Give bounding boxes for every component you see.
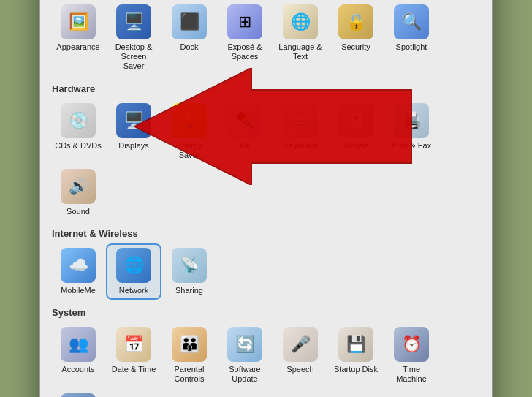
timemachine-icon: ⏰: [394, 327, 429, 362]
desktop-icon: 🖥️: [116, 4, 151, 39]
section-title-system: System: [52, 307, 480, 318]
pref-language[interactable]: 🌐 Language & Text: [274, 1, 327, 75]
accounts-icon: 👥: [61, 327, 96, 362]
pref-dock[interactable]: ⬛ Dock: [163, 1, 216, 75]
pref-software[interactable]: 🔄 Software Update: [218, 324, 271, 387]
pref-datetime[interactable]: 📅 Date & Time: [107, 324, 160, 387]
datetime-label: Date & Time: [112, 365, 156, 374]
displays-label: Displays: [118, 141, 149, 151]
energy-label: Energy Saver: [166, 141, 213, 160]
mouse-icon: 🖱️: [338, 103, 373, 138]
displays-icon: 🖥️: [116, 103, 151, 138]
section-title-internet: Internet & Wireless: [52, 228, 480, 239]
software-label: Software Update: [221, 365, 268, 384]
dock-label: Dock: [180, 42, 198, 52]
speech-label: Speech: [286, 365, 314, 374]
accounts-label: Accounts: [61, 365, 94, 374]
pref-displays[interactable]: 🖥️ Displays: [107, 100, 160, 163]
appearance-icon: 🖼️: [61, 4, 96, 39]
software-icon: 🔄: [227, 327, 262, 362]
system-grid: 👥 Accounts 📅 Date & Time 👪 Parental Cont…: [52, 324, 480, 397]
cds-icon: 💿: [61, 103, 96, 138]
pref-printfax[interactable]: 🖨️ Print & Fax: [385, 100, 438, 163]
pref-desktop[interactable]: 🖥️ Desktop & Screen Saver: [107, 1, 160, 75]
pref-keyboard[interactable]: ⌨️ Keyboard: [274, 100, 327, 163]
expose-icon: ⊞: [227, 4, 262, 39]
printfax-label: Print & Fax: [392, 141, 431, 151]
parental-icon: 👪: [172, 327, 207, 362]
pref-ink[interactable]: ✒️ Ink: [218, 100, 271, 163]
pref-speech[interactable]: 🎤 Speech: [274, 324, 327, 387]
spotlight-label: Spotlight: [396, 42, 428, 52]
printfax-icon: 🖨️: [394, 103, 429, 138]
timemachine-label: Time Machine: [388, 365, 435, 384]
pref-parental[interactable]: 👪 Parental Controls: [163, 324, 216, 387]
sharing-label: Sharing: [175, 286, 203, 295]
security-icon: 🔒: [338, 4, 373, 39]
speech-icon: 🎤: [283, 327, 318, 362]
universal-icon: ♿: [61, 393, 96, 397]
personal-grid: 🖼️ Appearance 🖥️ Desktop & Screen Saver …: [52, 1, 480, 75]
parental-label: Parental Controls: [166, 365, 213, 384]
pref-accounts[interactable]: 👥 Accounts: [52, 324, 104, 387]
network-icon: 🌐: [116, 248, 151, 283]
system-preferences-window: System Preferences ◀ ▶ Show All 🔍 Person…: [39, 0, 493, 397]
datetime-icon: 📅: [116, 327, 151, 362]
section-title-hardware: Hardware: [52, 83, 480, 94]
keyboard-icon: ⌨️: [283, 103, 318, 138]
pref-cds[interactable]: 💿 CDs & DVDs: [52, 100, 104, 163]
pref-timemachine[interactable]: ⏰ Time Machine: [385, 324, 438, 387]
dock-icon: ⬛: [172, 4, 207, 39]
mouse-label: Mouse: [343, 141, 368, 151]
pref-mobileme[interactable]: ☁️ MobileMe: [52, 245, 104, 298]
energy-icon: 💡: [172, 103, 207, 138]
ink-icon: ✒️: [227, 103, 262, 138]
pref-sharing[interactable]: 📡 Sharing: [163, 245, 216, 298]
pref-security[interactable]: 🔒 Security: [330, 1, 382, 75]
pref-universal[interactable]: ♿ Universal Access: [52, 390, 104, 397]
expose-label: Exposé & Spaces: [221, 42, 268, 61]
sound-icon: 🔊: [61, 169, 96, 204]
desktop-label: Desktop & Screen Saver: [110, 42, 157, 72]
pref-sound[interactable]: 🔊 Sound: [52, 166, 104, 219]
sharing-icon: 📡: [172, 248, 207, 283]
network-label: Network: [119, 286, 148, 295]
pref-expose[interactable]: ⊞ Exposé & Spaces: [218, 1, 271, 75]
language-icon: 🌐: [283, 4, 318, 39]
preferences-content: Personal 🖼️ Appearance 🖥️ Desktop & Scre…: [40, 0, 492, 397]
language-label: Language & Text: [277, 42, 324, 61]
pref-mouse[interactable]: 🖱️ Mouse: [330, 100, 382, 163]
cds-label: CDs & DVDs: [55, 141, 102, 151]
hardware-grid: 💿 CDs & DVDs 🖥️ Displays 💡 Energy Saver …: [52, 100, 480, 220]
pref-startup[interactable]: 💾 Startup Disk: [330, 324, 382, 387]
pref-appearance[interactable]: 🖼️ Appearance: [52, 1, 104, 75]
internet-grid: ☁️ MobileMe 🌐 Network 📡 Sharing: [52, 245, 480, 298]
spotlight-icon: 🔍: [394, 4, 429, 39]
mobileme-icon: ☁️: [61, 248, 96, 283]
startup-label: Startup Disk: [334, 365, 378, 374]
keyboard-label: Keyboard: [283, 141, 317, 151]
appearance-label: Appearance: [56, 42, 99, 52]
pref-spotlight[interactable]: 🔍 Spotlight: [385, 1, 438, 75]
pref-network[interactable]: 🌐 Network: [107, 245, 160, 298]
ink-label: Ink: [240, 141, 251, 151]
startup-icon: 💾: [338, 327, 373, 362]
sound-label: Sound: [66, 207, 90, 216]
pref-energy[interactable]: 💡 Energy Saver: [163, 100, 216, 163]
security-label: Security: [341, 42, 370, 52]
mobileme-label: MobileMe: [61, 286, 96, 295]
